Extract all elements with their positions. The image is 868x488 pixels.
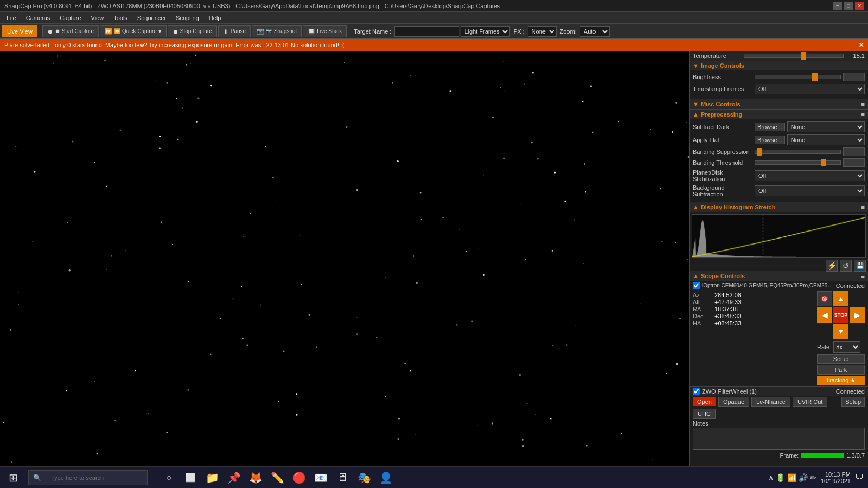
subtract-dark-browse[interactable]: Browse... xyxy=(755,123,785,131)
menu-item-help[interactable]: Help xyxy=(205,14,226,22)
scope-up-button[interactable]: ▲ xyxy=(833,291,848,306)
preprocessing-body: Subtract Dark Browse... None Apply Flat … xyxy=(690,119,868,202)
taskbar-icon-taskview[interactable]: ⬜ xyxy=(181,468,200,487)
scope-setup-button[interactable]: Setup xyxy=(817,354,865,364)
fx-select[interactable]: None xyxy=(528,26,557,37)
taskbar-icon-sticky[interactable]: 📌 xyxy=(224,468,244,487)
temperature-value: 15.1 xyxy=(846,53,865,59)
start-capture-button[interactable]: ⏺ ⏺ Start Capture xyxy=(42,25,99,37)
target-input[interactable] xyxy=(394,26,459,37)
rate-select[interactable]: 8x 1x 2x 4x xyxy=(833,341,860,353)
clock[interactable]: 10:13 PM 10/19/2021 xyxy=(821,471,851,484)
banding-suppression-value[interactable]: 0 xyxy=(843,147,865,156)
banding-threshold-track[interactable] xyxy=(755,160,841,165)
background-subtraction-select[interactable]: Off On xyxy=(755,185,865,196)
apply-flat-select[interactable]: None xyxy=(787,134,865,145)
filter-lenhance-button[interactable]: Le-Nhance xyxy=(751,397,790,407)
filter-uhc-button[interactable]: UHC xyxy=(693,409,716,419)
notification-icon[interactable]: 🗨 xyxy=(855,473,864,483)
frame-type-select[interactable]: Light Frames Dark Frames Flat Frames Bia… xyxy=(461,26,510,37)
image-controls-menu-icon: ≡ xyxy=(861,62,865,69)
menu-item-tools[interactable]: Tools xyxy=(109,14,132,22)
timestamp-select[interactable]: Off On xyxy=(755,84,865,94)
taskbar-icon-explorer[interactable]: 📁 xyxy=(202,468,222,487)
histogram-reset-btn[interactable]: ↺ xyxy=(840,260,852,272)
filter-open-button[interactable]: Open xyxy=(693,397,716,406)
apply-flat-browse[interactable]: Browse... xyxy=(755,136,785,144)
menu-item-capture[interactable]: Capture xyxy=(55,14,85,22)
quick-capture-dropdown-icon: ▾ xyxy=(158,28,162,35)
toolbar: Live View ⏺ ⏺ Start Capture ⏩ ⏩ Quick Ca… xyxy=(0,24,868,39)
taskbar-icon-red[interactable]: 🔴 xyxy=(289,468,309,487)
menu-item-cameras[interactable]: Cameras xyxy=(22,14,55,22)
taskbar-icon-app1[interactable]: 🎭 xyxy=(354,468,374,487)
histogram-header[interactable]: ▲ Display Histogram Stretch ≡ xyxy=(690,202,868,212)
taskbar-icon-firefox[interactable]: 🦊 xyxy=(246,468,265,487)
scope-left-button[interactable]: ◀ xyxy=(817,307,832,323)
minimize-button[interactable]: − xyxy=(833,2,842,10)
menu-item-scripting[interactable]: Scripting xyxy=(171,14,203,22)
banding-threshold-value[interactable]: 35.0 xyxy=(843,158,865,167)
close-button[interactable]: ✕ xyxy=(855,2,864,10)
menu-item-sequencer[interactable]: Sequencer xyxy=(133,14,170,22)
subtract-dark-row: Subtract Dark Browse... None xyxy=(693,121,865,132)
filter-wheel-connected-checkbox[interactable] xyxy=(693,388,700,395)
filter-setup-button[interactable]: Setup xyxy=(841,397,865,407)
preprocessing-header[interactable]: ▲ Preprocessing ≡ xyxy=(690,110,868,119)
apply-flat-row: Apply Flat Browse... None xyxy=(693,134,865,145)
pause-button[interactable]: ⏸ Pause xyxy=(218,25,251,37)
brightness-slider-track[interactable] xyxy=(755,75,841,79)
stop-icon: ⏹ xyxy=(173,28,178,35)
filter-uvir-button[interactable]: UVIR Cut xyxy=(793,397,827,407)
snapshot-button[interactable]: 📷 📷 Snapshot xyxy=(252,25,302,37)
zoom-select[interactable]: Auto 50% 100% 200% xyxy=(580,26,610,37)
search-bar[interactable]: 🔍 xyxy=(28,470,148,485)
notes-textarea[interactable] xyxy=(693,428,865,450)
error-close-button[interactable]: ✕ xyxy=(859,42,864,49)
misc-controls-section: ▼ Misc Controls ≡ xyxy=(690,99,868,110)
tray-up-arrow[interactable]: ∧ xyxy=(768,473,774,482)
search-icon: 🔍 xyxy=(33,474,41,481)
planet-disk-select[interactable]: Off On xyxy=(755,170,865,181)
scope-controls-header[interactable]: ▲ Scope Controls ≡ xyxy=(690,271,868,281)
scope-tracking-button[interactable]: Tracking ★ xyxy=(817,376,865,385)
scope-target-icon[interactable]: 🎯 xyxy=(817,291,832,306)
background-subtraction-row: Background Subtraction Off On xyxy=(693,184,865,197)
histogram-auto-btn[interactable]: ⚡ xyxy=(826,260,838,272)
scope-right-button[interactable]: ▶ xyxy=(850,307,865,323)
brightness-value[interactable]: 340 xyxy=(843,73,865,81)
banding-suppression-track[interactable] xyxy=(755,150,841,154)
collapse-icon-misc: ▼ xyxy=(693,101,699,107)
taskbar-icon-sharpcap[interactable]: 👤 xyxy=(376,468,395,487)
filter-opaque-button[interactable]: Opaque xyxy=(718,397,749,407)
histogram-save-btn[interactable]: 💾 xyxy=(854,260,866,272)
taskbar-icon-pen[interactable]: ✏️ xyxy=(267,468,287,487)
banding-suppression-label: Banding Suppression xyxy=(693,149,752,155)
live-stack-button[interactable]: 🔲 Live Stack xyxy=(303,25,347,37)
taskbar-icon-cortana[interactable]: ○ xyxy=(159,468,178,487)
menu-item-view[interactable]: View xyxy=(87,14,108,22)
scope-stop-button[interactable]: STOP xyxy=(833,307,848,323)
temperature-slider[interactable] xyxy=(744,54,844,58)
menu-item-file[interactable]: File xyxy=(2,14,21,22)
start-button[interactable]: ⊞ xyxy=(0,467,26,489)
filter-wheel-section: ZWO FilterWheel (1) Connected Open Opaqu… xyxy=(690,387,868,420)
frame-value: 1.3/0.7 xyxy=(846,452,865,459)
stop-capture-button[interactable]: ⏹ Stop Capture xyxy=(168,25,217,37)
error-banner: Plate solve failed - only 0 stars found.… xyxy=(0,39,868,51)
live-view-button[interactable]: Live View xyxy=(2,25,37,37)
scope-connected-checkbox[interactable] xyxy=(693,282,700,289)
misc-controls-header[interactable]: ▼ Misc Controls ≡ xyxy=(690,99,868,109)
quick-capture-button[interactable]: ⏩ ⏩ Quick Capture ▾ xyxy=(100,25,167,37)
taskbar-search-input[interactable] xyxy=(47,470,141,485)
brightness-row: Brightness 340 xyxy=(693,73,865,81)
taskbar-icon-monitor[interactable]: 🖥 xyxy=(333,468,352,487)
filter-wheel-device-name: ZWO FilterWheel (1) xyxy=(702,388,834,395)
maximize-button[interactable]: □ xyxy=(844,2,853,10)
image-controls-header[interactable]: ▼ Image Controls ≡ xyxy=(690,61,868,70)
rate-row: Rate: 8x 1x 2x 4x xyxy=(817,341,865,353)
subtract-dark-select[interactable]: None xyxy=(787,121,865,132)
scope-down-button[interactable]: ▼ xyxy=(833,324,848,339)
scope-park-button[interactable]: Park xyxy=(817,365,865,375)
taskbar-icon-outlook[interactable]: 📧 xyxy=(311,468,330,487)
